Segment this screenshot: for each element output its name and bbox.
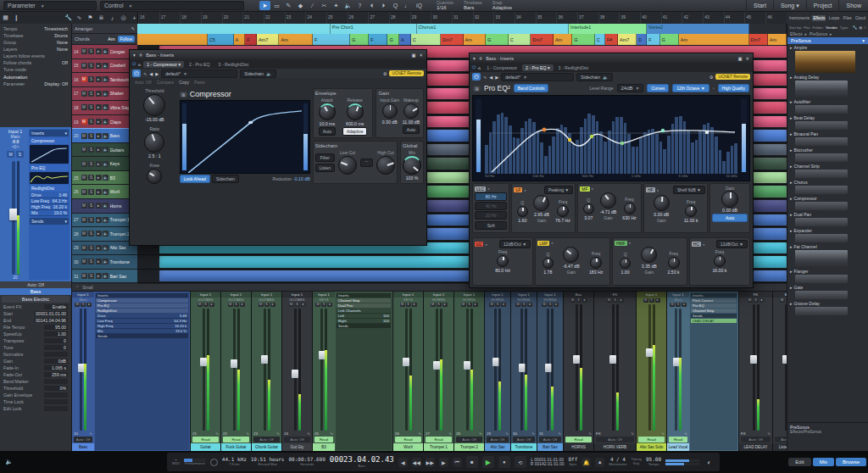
sync-indicator[interactable]: Off Sync xyxy=(568,457,577,466)
power-dot-icon[interactable]: ◦ xyxy=(629,240,631,246)
control-dropdown[interactable]: Control ▼ xyxy=(100,1,244,10)
track-header-shaker[interactable]: 17MS●🔈Shaker xyxy=(72,87,137,102)
event-row[interactable]: Bend Marker xyxy=(0,378,71,385)
track-header-cowbell[interactable]: 15MS●🔈Cowbell xyxy=(72,59,137,74)
record-arm-icon[interactable]: ● xyxy=(327,303,332,307)
fader-cap[interactable] xyxy=(403,358,409,366)
makeup-knob[interactable] xyxy=(403,103,419,119)
automation-mode-button[interactable]: Auto: Off xyxy=(0,281,71,288)
event-row[interactable]: Gain Envelope xyxy=(0,392,71,398)
freq-knob[interactable] xyxy=(590,257,602,269)
strip-name[interactable]: Bass xyxy=(72,443,94,451)
band-controls-button[interactable]: Band Controls xyxy=(514,84,549,92)
event-row[interactable]: Transpose0 xyxy=(0,337,71,344)
preset-prev-icon[interactable]: ◀ xyxy=(149,71,153,76)
strip-input-label[interactable]: Input 1 xyxy=(72,292,94,298)
mute-button[interactable]: M xyxy=(81,273,87,279)
inserts-header[interactable]: Inserts xyxy=(31,131,44,136)
chevron-down-icon[interactable]: ▾ xyxy=(133,53,136,58)
mute-button[interactable]: M xyxy=(643,298,648,303)
strip-fader[interactable] xyxy=(320,309,323,431)
knee-knob[interactable] xyxy=(147,169,162,184)
parameter-dropdown[interactable]: Parameter ▼ xyxy=(3,1,97,10)
collapse-icon[interactable]: ⌃ xyxy=(75,285,79,290)
record-arm-icon[interactable]: ● xyxy=(209,303,214,307)
insert-redlightdist[interactable]: RedlightDist xyxy=(30,185,69,192)
stop-button[interactable]: ■ xyxy=(466,456,478,468)
sends-header[interactable]: Sends xyxy=(691,314,737,318)
fader-cap[interactable] xyxy=(261,355,268,364)
automation-curve-icon[interactable]: ∿ xyxy=(74,14,85,23)
filter-button[interactable]: Filter xyxy=(315,153,335,162)
preset-prev-icon[interactable]: ◀ xyxy=(489,75,492,80)
power-dot-icon[interactable]: ◦ xyxy=(524,187,526,193)
strip-input-label[interactable]: Input 1 xyxy=(511,292,537,298)
solo-button[interactable]: S xyxy=(437,303,442,307)
disclosure-icon[interactable]: ▸ xyxy=(790,99,793,104)
solo-button[interactable]: S xyxy=(203,303,209,307)
insert-item[interactable]: Pitch Correct xyxy=(691,298,737,303)
monitor-icon[interactable]: 🔈 xyxy=(103,189,108,195)
tab-compressor[interactable]: 1 - Compressor xyxy=(483,64,520,71)
strip-name[interactable]: LEAD DELAY xyxy=(739,443,772,451)
automation-mode-button[interactable]: Read xyxy=(669,437,687,442)
q-knob[interactable] xyxy=(517,206,528,217)
preset-selector[interactable]: default*▼ xyxy=(161,70,237,78)
freq-knob[interactable] xyxy=(624,203,636,214)
tab-compressor[interactable]: 1 - Compressor ▾ xyxy=(143,61,184,68)
mute-button[interactable]: M xyxy=(81,48,87,54)
chord-block[interactable]: C xyxy=(411,34,441,45)
tab-redlightdist[interactable]: 3 - RedlightDist xyxy=(555,64,592,71)
mute-button[interactable]: M xyxy=(570,298,576,303)
level-range-selector[interactable]: 24dB▼ xyxy=(617,84,644,92)
mute-button[interactable]: M xyxy=(81,91,87,97)
timeline-ruler[interactable]: 1617181920212223242526272829303132333435… xyxy=(137,12,787,24)
inspector-row[interactable]: TempoTimestretch xyxy=(0,25,71,32)
sidechain-toggle[interactable]: Sidechain🔈 xyxy=(576,73,612,81)
automation-mode-button[interactable]: Auto: Off xyxy=(596,437,634,442)
pencil-tool-icon[interactable]: ✎ xyxy=(283,1,294,10)
auto-off-button[interactable]: Auto: Off xyxy=(135,80,152,85)
tab-effects[interactable]: Effects xyxy=(812,15,826,21)
performance-meter[interactable]: Performance xyxy=(184,459,206,466)
strip-name[interactable]: Chunk Guitar xyxy=(252,443,281,451)
split-tool-icon[interactable]: ∕ xyxy=(307,1,318,10)
fader-cap[interactable] xyxy=(433,361,440,370)
snapshot-icon[interactable]: ◎ xyxy=(118,14,129,23)
record-arm-icon[interactable]: ● xyxy=(96,217,102,223)
disclosure-icon[interactable]: ▸ xyxy=(790,269,793,274)
browser-item-flanger[interactable]: ▸Flanger xyxy=(790,269,865,283)
panel-icon[interactable]: ▣ xyxy=(859,25,862,30)
event-row[interactable]: Tune0 xyxy=(0,344,71,351)
mute-button[interactable]: M xyxy=(81,259,87,264)
solo-button[interactable]: S xyxy=(264,303,270,307)
eq-spectrum-display[interactable]: 50 Hz100 Hz500 Hz1 kHz5 kHz10 kHz xyxy=(472,95,750,181)
fader-cap[interactable] xyxy=(200,358,207,366)
mute-button[interactable]: M xyxy=(81,217,87,223)
record-arm-icon[interactable]: ● xyxy=(96,175,102,181)
pin-icon[interactable]: ▣ xyxy=(737,56,742,61)
solo-button[interactable]: S xyxy=(576,298,581,303)
ruler-bar-25[interactable]: 25 xyxy=(326,12,348,24)
solo-button[interactable]: S xyxy=(649,298,654,303)
mixer-strip-guitar[interactable]: Input 1GUITARSMS●21∿ReadGuitar xyxy=(191,292,221,451)
track-header-trumpet-2[interactable]: 28MS●🔈Trumpet 2 xyxy=(72,227,137,242)
ruler-bar-28[interactable]: 28 xyxy=(389,12,410,24)
ruler-bar-37[interactable]: 37 xyxy=(577,12,598,24)
mixer-strip-lead-delay[interactable]: FXMS●FX∿Auto: OffLEAD DELAY xyxy=(739,292,773,451)
event-row[interactable]: Event FXEnable xyxy=(0,303,71,310)
chord-block[interactable]: C xyxy=(595,34,605,45)
strip-name[interactable]: Listen Bus xyxy=(773,443,787,451)
record-arm-icon[interactable]: ● xyxy=(760,298,765,303)
band-toggle-mf[interactable]: MF xyxy=(580,186,589,192)
track-header-alto-sax[interactable]: 29MS●🔈Alto Sax xyxy=(72,242,137,256)
monitor-icon[interactable]: 🔈 xyxy=(103,119,108,125)
tab-proeq[interactable]: 2 - Pro EQ ▾ xyxy=(522,64,554,71)
browser-item-fat-channel[interactable]: ▸Fat Channel xyxy=(790,244,865,267)
gain-knob[interactable] xyxy=(563,247,579,263)
record-arm-icon[interactable]: ● xyxy=(582,298,587,303)
browser-item-groove-delay[interactable]: ▸Groove Delay xyxy=(790,301,865,315)
strip-name[interactable]: Wurli xyxy=(393,443,423,451)
tempo-display[interactable]: 95.00 Tempo xyxy=(646,457,661,466)
monitor-icon[interactable]: 🔈 xyxy=(103,76,108,82)
